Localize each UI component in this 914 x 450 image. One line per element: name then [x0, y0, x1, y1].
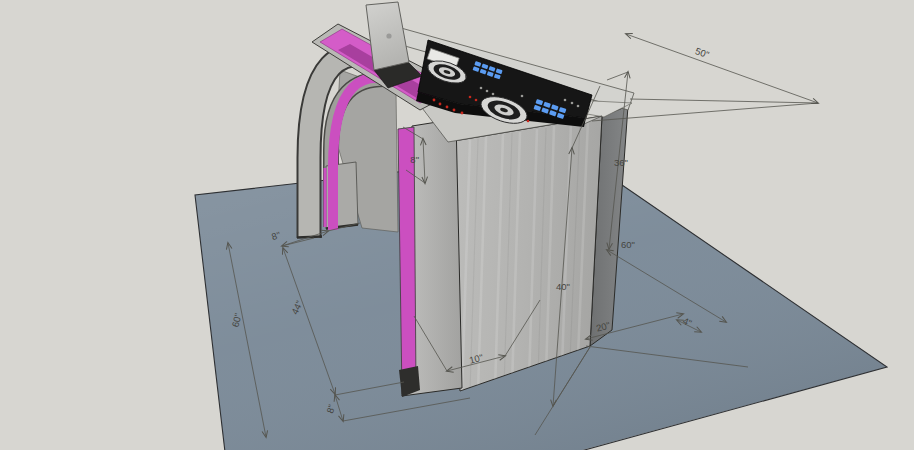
dim-label-8-arch: 8"	[410, 154, 419, 165]
viewport-stage: 50" 36" 8" 60" 20" 4" 40" 10" 8" 44" 60"…	[0, 0, 914, 450]
3d-viewport[interactable]: 50" 36" 8" 60" 20" 4" 40" 10" 8" 44" 60"…	[0, 0, 914, 450]
laptop-logo-icon	[386, 33, 391, 38]
dim-label-36: 36"	[614, 157, 628, 168]
dim-label-60-right: 60"	[621, 239, 635, 250]
arch-front-leg	[398, 119, 462, 397]
dim-label-40: 40"	[556, 281, 570, 292]
